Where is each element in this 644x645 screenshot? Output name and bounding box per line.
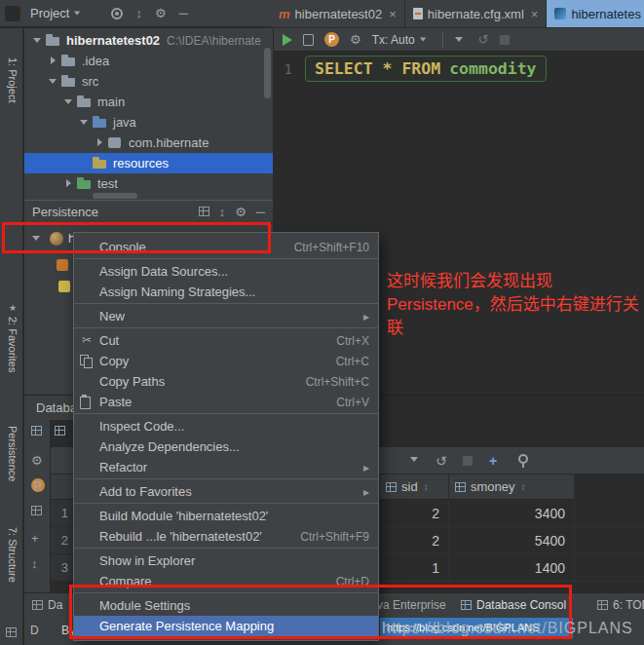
editor-tab-hibernate-cfg-xml[interactable]: hibernate.cfg.xml [405, 0, 548, 27]
column-header-smoney[interactable]: smoney [449, 474, 575, 500]
tree-item-main[interactable]: main [24, 92, 273, 112]
wrench-icon[interactable] [350, 33, 361, 46]
menu-item-copy-paths[interactable]: Copy PathsCtrl+Shift+C [74, 371, 378, 392]
execute-file-icon[interactable] [303, 34, 314, 46]
row-number[interactable]: 2 [51, 527, 75, 554]
pin-icon[interactable] [516, 454, 528, 468]
entity-icon[interactable] [58, 281, 70, 292]
sort-icon[interactable] [424, 481, 429, 492]
expand-collapse-icon[interactable] [135, 7, 142, 19]
stop-icon[interactable] [463, 456, 473, 466]
menu-item-compare[interactable]: CompareCtrl+D [74, 571, 378, 591]
menu-item-rebuild-le-hibernatetest02[interactable]: Rebuild ...le 'hibernatetest02'Ctrl+Shif… [74, 526, 378, 547]
properties-icon[interactable]: P [31, 478, 45, 492]
close-icon[interactable] [389, 7, 397, 21]
collapse-all-icon[interactable] [219, 206, 226, 218]
menu-item-inspect-code[interactable]: Inspect Code... [74, 416, 378, 436]
entity-icon[interactable] [57, 259, 68, 271]
hide-panel-icon[interactable] [179, 7, 188, 19]
sort-icon[interactable] [31, 556, 38, 571]
chevron-right-icon[interactable] [95, 137, 105, 148]
grid-icon[interactable] [6, 627, 17, 637]
chevron-down-icon[interactable] [32, 35, 43, 46]
menu-item-console[interactable]: ConsoleCtrl+Shift+F10 [74, 237, 378, 257]
sql-statement[interactable]: SELECT * FROMcommodity [305, 56, 547, 82]
row-number[interactable]: 1 [51, 500, 75, 527]
hide-panel-icon[interactable] [256, 206, 265, 218]
menu-item-new[interactable]: New [74, 306, 378, 326]
parameters-icon[interactable]: P [324, 32, 339, 47]
menu-item-show-in-explorer[interactable]: Show in Explorer [74, 550, 378, 571]
table-cell[interactable]: 3400 [449, 500, 575, 526]
editor-tab-hibernatetes[interactable]: hibernatetes [547, 0, 644, 27]
chevron-right-icon[interactable] [48, 56, 58, 66]
menu-item-copy[interactable]: CopyCtrl+C [74, 351, 378, 371]
chevron-down-icon[interactable] [454, 34, 465, 45]
tab-todo[interactable]: 6: TOD [597, 593, 644, 617]
tab-database[interactable]: Da [32, 593, 62, 617]
menu-item-paste[interactable]: PasteCtrl+V [74, 392, 378, 412]
menu-item-refactor[interactable]: Refactor [74, 457, 378, 477]
row-number[interactable]: 3 [51, 554, 75, 582]
tree-item-label: hibernatetest02 [66, 33, 160, 48]
tree-item-idea[interactable]: .idea [24, 51, 273, 71]
tree-item-java[interactable]: java [24, 112, 273, 133]
chevron-right-icon[interactable] [63, 178, 74, 189]
tree-item-test[interactable]: test [24, 173, 273, 194]
tool-window-button-7-structure[interactable]: 7: Structure [2, 527, 23, 583]
chevron-down-icon[interactable] [48, 76, 58, 87]
menu-item-build-module-hibernatetest02[interactable]: Build Module 'hibernatetest02' [74, 506, 378, 526]
menu-item-add-to-favorites[interactable]: Add to Favorites [74, 481, 378, 502]
app-menu-icon[interactable] [5, 6, 20, 21]
view-options-icon[interactable] [199, 207, 209, 216]
menu-item-cut[interactable]: CutCtrl+X [74, 330, 378, 351]
gear-icon[interactable] [235, 206, 246, 218]
chevron-down-icon[interactable] [409, 454, 420, 465]
result-table-icon[interactable] [55, 426, 65, 436]
table-cell[interactable]: 2 [380, 527, 449, 553]
menu-item-analyze-dependencies[interactable]: Analyze Dependencies... [74, 436, 378, 457]
rollback-icon[interactable] [436, 454, 447, 468]
table-icon[interactable] [31, 426, 42, 436]
table-cell[interactable]: 1 [380, 554, 449, 581]
tab-database-console[interactable]: Database Consol [461, 593, 566, 617]
rollback-icon[interactable] [478, 33, 489, 46]
column-header-sid[interactable]: sid [380, 474, 449, 500]
add-row-icon[interactable] [489, 454, 497, 468]
folder-test-icon [77, 177, 92, 190]
close-icon[interactable] [531, 7, 539, 21]
menu-item-assign-naming-strategies[interactable]: Assign Naming Strategies... [74, 282, 378, 302]
grid-icon[interactable] [31, 506, 42, 515]
tab-java-enterprise[interactable]: va Enterprise [377, 593, 446, 617]
run-icon[interactable] [283, 34, 292, 46]
stop-icon[interactable] [500, 35, 510, 45]
chevron-down-icon[interactable] [79, 117, 90, 128]
gear-icon[interactable] [155, 7, 167, 19]
chevron-down-icon[interactable] [63, 96, 74, 107]
sort-icon[interactable] [521, 481, 526, 492]
horizontal-scrollbar[interactable] [93, 193, 137, 199]
tree-item-com-hibernate[interactable]: com.hibernate [24, 133, 273, 153]
add-icon[interactable] [31, 531, 39, 546]
menu-item-assign-data-sources[interactable]: Assign Data Sources... [74, 261, 378, 282]
tool-window-button-persistence[interactable]: Persistence [2, 426, 23, 481]
result-table-body: 234002540011400 [380, 500, 644, 582]
tree-item-resources[interactable]: resources [24, 153, 273, 173]
table-cell[interactable]: 2 [380, 500, 449, 526]
menu-item-module-settings[interactable]: Module Settings [74, 595, 378, 616]
tree-item-src[interactable]: src [24, 71, 273, 92]
menu-item-generate-persistence-mapping[interactable]: Generate Persistence Mapping [74, 616, 378, 636]
vertical-scrollbar[interactable] [264, 48, 271, 98]
table-cell[interactable]: 5400 [449, 527, 575, 553]
wrench-icon[interactable] [31, 453, 43, 468]
editor-tab-hibernatetest02[interactable]: mhibernatetest02 [271, 0, 405, 27]
tree-item-hibernatetest02[interactable]: hibernatetest02C:\IDEA\hibernate [24, 30, 273, 51]
chevron-down-icon [31, 233, 42, 244]
table-cell[interactable]: 1400 [449, 554, 575, 581]
tool-window-button-2-favorites[interactable]: 2: Favorites [2, 303, 23, 372]
tool-window-button-1-project[interactable]: 1: Project [2, 57, 23, 102]
editor-content[interactable]: 1 SELECT * FROMcommodity [274, 56, 644, 82]
project-view-selector[interactable]: Project [30, 6, 86, 20]
tx-mode-select[interactable]: Tx: Auto [372, 33, 432, 47]
locate-file-icon[interactable] [111, 8, 123, 19]
